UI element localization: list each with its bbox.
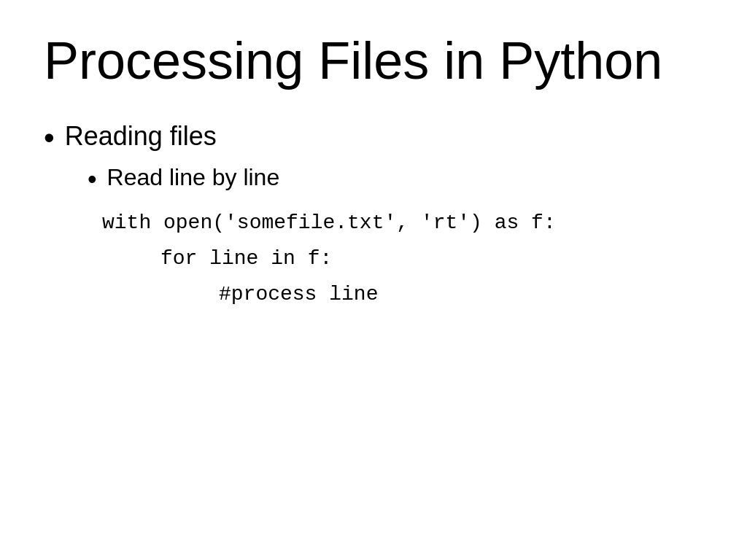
bullet-2-dot: • (88, 164, 97, 194)
bullet-2: • Read line by line (88, 164, 703, 194)
bullet-2-label: Read line by line (107, 164, 280, 191)
code-block: with open('somefile.txt', 'rt') as f: fo… (102, 211, 703, 306)
bullet-1: • Reading files (44, 121, 703, 155)
slide: Processing Files in Python • Reading fil… (0, 0, 747, 560)
code-line-2: for line in f: (102, 247, 703, 270)
bullet-1-dot: • (44, 121, 55, 155)
content-area: • Reading files • Read line by line with… (44, 121, 703, 306)
slide-title: Processing Files in Python (44, 29, 703, 92)
code-line-1: with open('somefile.txt', 'rt') as f: (102, 211, 703, 234)
code-line-3: #process line (102, 283, 703, 306)
bullet-1-label: Reading files (65, 121, 217, 152)
